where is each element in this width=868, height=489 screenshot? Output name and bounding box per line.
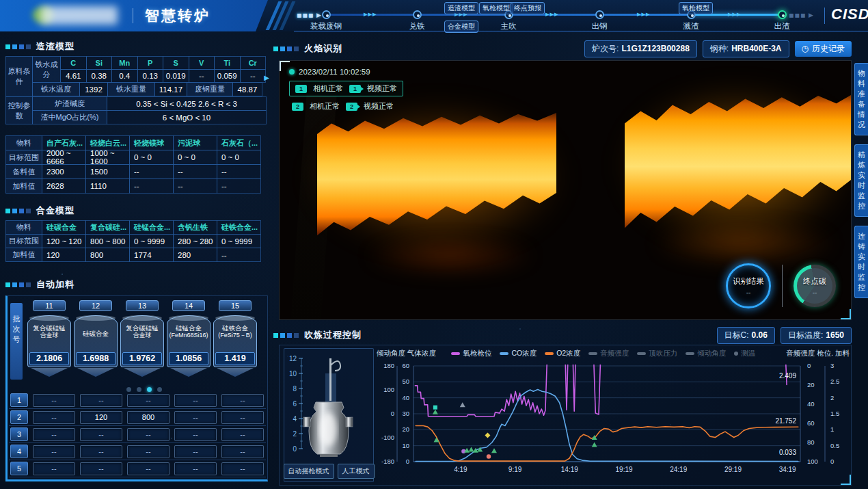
batch-cell[interactable]: --	[221, 394, 264, 407]
element-header: P	[137, 56, 164, 70]
svg-text:1: 1	[830, 425, 834, 433]
element-header: Si	[86, 56, 113, 70]
composition-label: 铁水成分	[32, 56, 61, 83]
hopper-name: 硅锰合金	[176, 324, 202, 332]
batch-cell[interactable]: --	[33, 394, 75, 407]
svg-text:12: 12	[289, 355, 297, 362]
target-carbon-value: 0.06	[752, 330, 768, 340]
batch-cell[interactable]: --	[174, 411, 217, 424]
side-tab-refining-monitor[interactable]: 精炼实时监控	[854, 144, 868, 217]
slag-model-button[interactable]: 造渣模型	[444, 2, 478, 14]
legend-item[interactable]: 倾动角度	[686, 349, 726, 358]
manual-mode-button[interactable]: 人工模式	[338, 464, 375, 479]
corner-bracket-icon	[280, 61, 290, 71]
control-param-label: 控制参数	[5, 96, 33, 124]
batch-cell[interactable]: --	[80, 445, 122, 458]
svg-text:2: 2	[293, 430, 297, 438]
material-added: 1110	[85, 179, 130, 194]
slag-material-table: 物料 自产石灰... 轻烧白云... 轻烧镁球 污泥球 石灰石（... 目标范围…	[5, 135, 267, 193]
batch-cell[interactable]: --	[33, 428, 75, 441]
slag-model-table: 原料条件 铁水成分 C Si Mn P S V Ti Cr	[5, 56, 267, 124]
hopper-funnel-icon	[170, 368, 207, 377]
converter-vessel-widget: 121086420 自动摇枪模式 人工模式	[284, 348, 374, 482]
alloy-column: 含钒生铁	[173, 220, 217, 235]
svg-text:0: 0	[807, 362, 811, 369]
stage-label: 出钢	[571, 21, 628, 31]
batch-cell[interactable]: --	[127, 394, 169, 407]
row-label: 目标范围	[5, 150, 42, 165]
batch-cell[interactable]: --	[127, 445, 169, 458]
hopper-value: 2.1806	[29, 352, 69, 365]
batch-cell[interactable]: --	[33, 411, 75, 424]
iron-temp-value: 1392	[79, 82, 108, 96]
side-tab-casting-monitor[interactable]: 连铸实时监控	[854, 226, 868, 298]
svg-text:29:19: 29:19	[724, 466, 742, 473]
material-range: 0 ~ 0	[129, 150, 174, 165]
auto-lance-mode-button[interactable]: 自动摇枪模式	[284, 464, 334, 479]
batch-cell[interactable]: --	[221, 462, 264, 475]
legend-swatch-icon	[637, 352, 646, 355]
batch-number-label: 批次号	[10, 303, 23, 380]
material-prepared: 2300	[42, 164, 86, 179]
batch-cell[interactable]: --	[33, 462, 75, 475]
legend-item[interactable]: 氧枪枪位	[451, 349, 491, 358]
material-range: 1000 ~ 1600	[85, 150, 130, 165]
svg-text:4:19: 4:19	[454, 466, 467, 473]
svg-text:6: 6	[293, 400, 297, 408]
batch-cell[interactable]: --	[80, 394, 122, 407]
batch-cell[interactable]: --	[174, 445, 217, 458]
hopper-funnel-icon	[217, 368, 254, 377]
batch-row-number: 3	[10, 427, 28, 441]
batch-cell[interactable]: --	[174, 394, 217, 407]
lance-model-button[interactable]: 氧枪模型	[479, 2, 513, 14]
legend-item[interactable]: O2浓度	[545, 349, 580, 358]
element-header: V	[189, 56, 215, 70]
batch-cell[interactable]: --	[80, 462, 122, 475]
target-temp-badge: 目标温度:1650	[781, 327, 852, 344]
hopper-name-sub: (FeMn68Si16)	[168, 332, 209, 339]
heat-number-badge: 炉次号:L1G1Z123B00288	[584, 40, 697, 57]
batch-cell[interactable]: --	[221, 428, 264, 441]
legend-item[interactable]: 音频强度	[588, 349, 629, 358]
video-timestamp: 2023/02/11 10:02:59	[289, 68, 403, 76]
carousel-dot[interactable]	[157, 387, 162, 392]
svg-text:100: 100	[383, 386, 394, 393]
batch-row-number: 1	[10, 393, 28, 407]
legend-item[interactable]: 测温	[734, 349, 755, 358]
batch-cell[interactable]: --	[221, 411, 264, 424]
batch-cell[interactable]: 120	[80, 411, 122, 424]
hopper-value: 1.0856	[169, 352, 208, 365]
alloy-model-title: 合金模型	[5, 205, 74, 216]
batch-cell[interactable]: --	[33, 445, 75, 458]
legend-item[interactable]: 顶吹压力	[637, 349, 677, 358]
batch-cell[interactable]: --	[127, 428, 169, 441]
endpoint-forecast-button[interactable]: 终点预报	[511, 2, 545, 14]
stage-label: 出渣	[753, 21, 811, 31]
carousel-dot[interactable]	[137, 387, 141, 392]
carousel-dot-active[interactable]	[147, 387, 152, 392]
carousel-dot[interactable]	[126, 387, 131, 392]
batch-row: 1 -- -- -- -- --	[9, 392, 266, 409]
alloy-model-button[interactable]: 合金模型	[444, 21, 478, 33]
stage-node-iron	[413, 10, 422, 19]
hopper-card: 14 硅锰合金(FeMn68Si16) 1.0856	[166, 300, 211, 377]
batch-cell[interactable]: 800	[127, 411, 169, 424]
lance-model-button-2[interactable]: 氧枪模型	[679, 2, 713, 14]
side-tab-material-prep[interactable]: 物料准备情况	[854, 63, 868, 135]
batch-cell[interactable]: --	[174, 462, 217, 475]
flame-video-panel: 2023/02/11 10:02:59 1 相机正常 1 视频正常 2 相机正常…	[279, 60, 852, 320]
process-timeline: ◼◼◼ ▶ ▸▸▸ ▸▸▸ ▸▸▸ ▸▸▸ ▸▸▸ 装载废钢 兑铁 主吹 出钢 …	[295, 0, 823, 31]
basicity-value: 0.35 < Si < 0.425 2.6 < R < 3	[107, 96, 267, 111]
section-title-text: 造渣模型	[36, 40, 74, 53]
hopper-funnel-icon	[77, 368, 114, 377]
batch-cell[interactable]: --	[221, 445, 264, 458]
svg-text:0: 0	[391, 410, 394, 417]
svg-text:100: 100	[807, 458, 818, 465]
table-scroll-arrow[interactable]: ▶	[264, 74, 269, 81]
history-button[interactable]: ◷历史记录	[795, 41, 852, 57]
batch-cell[interactable]: --	[80, 428, 122, 441]
iron-weight-value: 114.17	[154, 82, 187, 96]
batch-cell[interactable]: --	[127, 462, 169, 475]
legend-item[interactable]: CO浓度	[500, 349, 537, 358]
batch-cell[interactable]: --	[174, 428, 217, 441]
